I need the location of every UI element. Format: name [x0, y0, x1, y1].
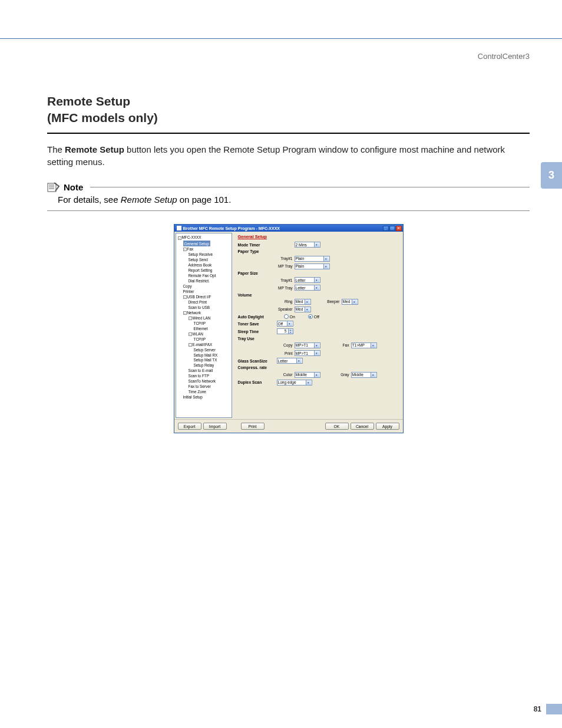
label-compress-rate: Compress. rate: [238, 365, 277, 370]
select-duplex-scan[interactable]: Long edge▾: [277, 380, 312, 386]
tree-item[interactable]: ScanTo Network: [189, 379, 232, 384]
label-volume: Volume: [238, 293, 277, 297]
tree-item[interactable]: Setup Receive: [189, 252, 232, 258]
remote-setup-dialog: Brother MFC Remote Setup Program - MFC-X…: [174, 224, 404, 433]
select-compress-gray[interactable]: Middle▾: [351, 372, 377, 378]
select-papertype-mp[interactable]: Plain▾: [295, 263, 330, 269]
svg-rect-0: [48, 183, 56, 192]
spinner-sleep-time[interactable]: 5 ▴▾: [277, 328, 293, 334]
tree-item[interactable]: Direct Print: [189, 300, 232, 305]
chevron-down-icon: ▾: [314, 373, 319, 377]
cancel-button[interactable]: Cancel: [351, 423, 374, 430]
form-title: General Setup: [238, 234, 399, 239]
chevron-down-icon: ▾: [323, 256, 329, 261]
heading-line2: (MFC models only): [47, 111, 158, 124]
tree-item[interactable]: Dial Restrict.: [189, 279, 232, 284]
intro-paragraph: The Remote Setup button lets you open th…: [47, 143, 530, 169]
label-tray-use: Tray Use: [238, 337, 277, 341]
tree-item-initial[interactable]: Initial Setup: [183, 395, 232, 400]
note-label: Note: [64, 182, 83, 192]
tree-item-printer[interactable]: Printer: [183, 289, 232, 295]
maximize-button[interactable]: □: [389, 226, 395, 231]
tree-item[interactable]: TCP/IP: [194, 321, 232, 327]
page-heading: Remote Setup (MFC models only): [47, 93, 530, 134]
tree-item-copy[interactable]: Copy: [183, 284, 232, 289]
tree-item[interactable]: Setup Send: [189, 258, 232, 263]
page-number: 81: [534, 705, 541, 713]
select-volume-ring[interactable]: Med▾: [295, 299, 311, 305]
select-volume-beeper[interactable]: Med▾: [342, 299, 358, 305]
dialog-titlebar[interactable]: Brother MFC Remote Setup Program - MFC-X…: [174, 225, 403, 232]
dialog-button-bar: Export Import Print OK Cancel Apply: [174, 419, 403, 433]
select-trayuse-copy[interactable]: MP>T1▾: [295, 342, 320, 348]
chevron-down-icon: ▾: [305, 307, 310, 312]
tree-item-general-setup: General Setup: [183, 241, 232, 247]
apply-button[interactable]: Apply: [376, 423, 399, 430]
label-toner-save: Toner Save: [238, 322, 277, 326]
tree-item[interactable]: Scan to FTP: [189, 374, 232, 379]
minimize-button[interactable]: _: [383, 226, 389, 231]
note-icon: [47, 182, 60, 192]
header-breadcrumb: ControlCenter3: [0, 39, 562, 61]
chevron-down-icon: ▾: [352, 299, 357, 304]
tree-item-usb[interactable]: USB Direct I/F: [187, 295, 211, 299]
select-trayuse-print[interactable]: MP>T1▾: [295, 350, 320, 356]
select-toner-save[interactable]: Off▾: [277, 321, 293, 327]
select-papertype-tray1[interactable]: Plain▾: [295, 256, 330, 262]
page-number-bar: [546, 704, 562, 714]
tree-item[interactable]: Fax to Server: [189, 384, 232, 390]
chevron-down-icon: ▾: [306, 380, 311, 385]
label-paper-type: Paper Type: [238, 249, 277, 253]
chevron-down-icon: ▾: [371, 373, 376, 377]
chevron-down-icon: ▾: [296, 358, 302, 363]
chevron-down-icon: ▾: [314, 242, 319, 247]
radio-daylight-on[interactable]: [284, 314, 289, 319]
label-paper-size: Paper Size: [238, 271, 277, 275]
tree-item[interactable]: Scan to USB: [189, 305, 232, 311]
label-glass-scansize: Glass ScanSize: [238, 359, 277, 363]
export-button[interactable]: Export: [178, 423, 201, 430]
chapter-tab: 3: [541, 162, 562, 189]
tree-item[interactable]: Report Setting: [189, 268, 232, 274]
heading-line1: Remote Setup: [47, 94, 130, 108]
chevron-down-icon: ▾: [287, 321, 292, 326]
chevron-down-icon: ▾: [314, 351, 319, 355]
select-papersize-mp[interactable]: Letter▾: [295, 285, 320, 291]
select-compress-color[interactable]: Middle▾: [295, 372, 320, 378]
settings-form: General Setup Mode Timer 2 Mins▾ Paper T…: [233, 232, 403, 419]
note-text: For details, see Remote Setup on page 10…: [47, 192, 530, 211]
tree-item[interactable]: TCP/IP: [194, 337, 232, 342]
chevron-down-icon: ▾: [371, 343, 376, 348]
tree-item[interactable]: Address Book: [189, 263, 232, 268]
tree-item[interactable]: Setup Mail RX: [194, 353, 232, 358]
tree-item[interactable]: Scan to E-mail: [189, 368, 232, 374]
chevron-down-icon: ▾: [305, 299, 310, 304]
radio-daylight-off[interactable]: [308, 314, 313, 319]
print-button[interactable]: Print: [241, 423, 265, 430]
chevron-down-icon[interactable]: ▾: [288, 331, 293, 334]
tree-item[interactable]: Remote Fax Opt: [189, 274, 232, 279]
select-volume-speaker[interactable]: Med▾: [295, 307, 311, 312]
import-button[interactable]: Import: [203, 423, 227, 430]
note-block: Note For details, see Remote Setup on pa…: [47, 182, 530, 211]
tree-item[interactable]: Setup Relay: [194, 363, 232, 368]
tree-item[interactable]: Ethernet: [194, 327, 232, 332]
tree-item[interactable]: Setup Server: [194, 348, 232, 353]
ok-button[interactable]: OK: [325, 423, 349, 430]
tree-item[interactable]: Setup Mail TX: [194, 358, 232, 363]
label-duplex-scan: Duplex Scan: [238, 380, 277, 384]
select-mode-timer[interactable]: 2 Mins▾: [295, 242, 320, 248]
settings-tree[interactable]: -MFC-XXXX General Setup -Fax Setup Recei…: [176, 233, 232, 418]
close-button[interactable]: ×: [396, 226, 402, 231]
select-glass-scansize[interactable]: Letter▾: [277, 358, 303, 364]
tree-item[interactable]: Time Zone: [189, 390, 232, 395]
tree-item-fax[interactable]: Fax: [187, 247, 194, 251]
tree-item-network[interactable]: Network: [187, 311, 201, 315]
select-trayuse-fax[interactable]: T1>MP▾: [351, 342, 377, 348]
app-icon: [177, 226, 181, 230]
label-sleep-time: Sleep Time: [238, 330, 277, 334]
tree-toggle-icon[interactable]: -: [178, 236, 181, 240]
chevron-down-icon: ▾: [314, 285, 319, 290]
chevron-down-icon: ▾: [314, 343, 319, 348]
select-papersize-tray1[interactable]: Letter▾: [295, 277, 320, 283]
